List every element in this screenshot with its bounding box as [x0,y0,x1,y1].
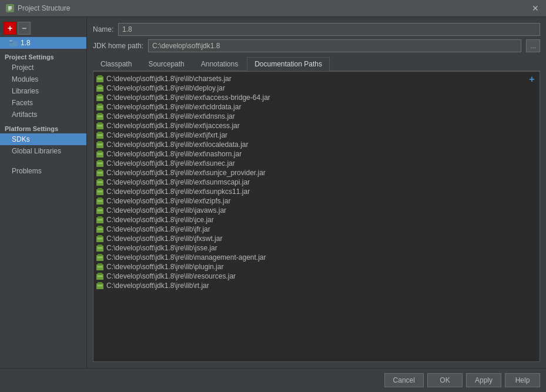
file-path-label: C:\develop\soft\jdk1.8\jre\lib\jce.jar [106,216,214,224]
list-item[interactable]: C:\develop\soft\jdk1.8\jre\lib\ext\acces… [93,93,525,102]
svg-rect-60 [98,197,102,200]
svg-rect-44 [98,160,102,162]
tab-sourcepath[interactable]: Sourcepath [140,57,192,71]
tab-documentation-paths[interactable]: Documentation Paths [247,57,330,71]
name-input[interactable] [118,23,540,36]
svg-rect-90 [97,267,103,267]
sidebar-item-sdks[interactable]: SDKs [0,133,86,145]
list-item[interactable]: C:\develop\soft\jdk1.8\jre\lib\charsets.… [93,74,525,83]
svg-rect-62 [97,201,103,202]
list-item[interactable]: C:\develop\soft\jdk1.8\jre\lib\deploy.ja… [93,83,525,93]
list-item[interactable]: C:\develop\soft\jdk1.8\jre\lib\jfr.jar [93,225,525,234]
svg-rect-17 [98,96,102,98]
add-sdk-button[interactable]: + [4,22,16,35]
list-item[interactable]: C:\develop\soft\jdk1.8\jre\lib\jsse.jar [93,243,525,253]
jar-icon [96,263,104,271]
svg-rect-36 [98,141,102,143]
list-item[interactable]: C:\develop\soft\jdk1.8\jre\lib\ext\sunms… [93,177,525,187]
svg-rect-80 [98,244,102,247]
jar-icon [96,112,104,120]
ok-button[interactable]: OK [427,373,463,387]
file-path-label: C:\develop\soft\jdk1.8\jre\lib\javaws.ja… [106,206,226,215]
jdk-browse-button[interactable]: ... [526,39,540,52]
list-item[interactable]: C:\develop\soft\jdk1.8\jre\lib\managemen… [93,253,525,262]
list-item[interactable]: C:\develop\soft\jdk1.8\jre\lib\rt.jar [93,281,525,290]
svg-rect-29 [98,125,102,126]
jar-icon [96,187,104,196]
list-item[interactable]: C:\develop\soft\jdk1.8\jre\lib\jce.jar [93,215,525,225]
svg-rect-10 [97,79,103,79]
jdk-home-label: JDK home path: [93,42,143,50]
list-item[interactable]: C:\develop\soft\jdk1.8\jre\lib\ext\dnsns… [93,112,525,121]
svg-rect-21 [98,106,102,107]
list-item[interactable]: C:\develop\soft\jdk1.8\jre\lib\ext\jacce… [93,121,525,130]
svg-rect-48 [98,169,102,172]
svg-rect-18 [97,98,103,98]
sidebar-item-facets[interactable]: Facets [0,97,86,109]
file-path-label: C:\develop\soft\jdk1.8\jre\lib\ext\nasho… [106,150,242,158]
file-path-label: C:\develop\soft\jdk1.8\jre\lib\jfxswt.ja… [106,234,222,243]
list-item[interactable]: C:\develop\soft\jdk1.8\jre\lib\jfxswt.ja… [93,234,525,243]
list-item[interactable]: C:\develop\soft\jdk1.8\jre\lib\ext\sunec… [93,159,525,168]
file-path-label: C:\develop\soft\jdk1.8\jre\lib\ext\zipfs… [106,197,230,205]
list-item[interactable]: C:\develop\soft\jdk1.8\jre\lib\javaws.ja… [93,206,525,215]
svg-rect-53 [98,181,102,182]
jar-icon [96,103,104,111]
apply-button[interactable]: Apply [466,373,501,387]
sidebar-item-libraries[interactable]: Libraries [0,85,86,97]
remove-sdk-button[interactable]: − [18,22,31,35]
list-item[interactable]: C:\develop\soft\jdk1.8\jre\lib\ext\sunjc… [93,168,525,177]
main-content: + − 1.8 Project Settings Project Modules… [0,17,546,368]
svg-rect-94 [97,276,103,277]
jar-icon [96,131,104,139]
svg-rect-6 [9,40,12,42]
tab-annotations[interactable]: Annotations [193,57,246,71]
sidebar-item-artifacts[interactable]: Artifacts [0,109,86,120]
sidebar-item-problems[interactable]: Problems [0,165,86,177]
svg-rect-33 [98,134,102,135]
list-item[interactable]: C:\develop\soft\jdk1.8\jre\lib\resources… [93,272,525,281]
jar-icon [96,216,104,224]
name-row: Name: [93,23,540,36]
file-path-label: C:\develop\soft\jdk1.8\jre\lib\rt.jar [106,282,209,290]
list-item[interactable]: C:\develop\soft\jdk1.8\jre\lib\ext\jfxrt… [93,130,525,140]
help-button[interactable]: Help [505,373,540,387]
list-item[interactable]: C:\develop\soft\jdk1.8\jre\lib\plugin.ja… [93,262,525,272]
svg-rect-97 [98,284,102,286]
cancel-button[interactable]: Cancel [384,373,424,387]
list-item[interactable]: C:\develop\soft\jdk1.8\jre\lib\ext\nasho… [93,149,525,159]
svg-rect-89 [98,266,102,267]
svg-rect-1 [8,6,12,8]
file-path-label: C:\develop\soft\jdk1.8\jre\lib\ext\sunjc… [106,169,266,177]
svg-rect-77 [98,237,102,239]
list-item[interactable]: C:\develop\soft\jdk1.8\jre\lib\ext\sunpk… [93,187,525,196]
sidebar-item-project[interactable]: Project [0,62,86,73]
svg-rect-65 [98,209,102,210]
file-path-label: C:\develop\soft\jdk1.8\jre\lib\jfr.jar [106,225,210,233]
jar-icon [96,206,104,215]
add-file-button[interactable]: + [527,74,537,85]
sidebar-item-global-libraries[interactable]: Global Libraries [0,145,86,157]
list-item[interactable]: C:\develop\soft\jdk1.8\jre\lib\ext\cldrd… [93,102,525,112]
svg-rect-34 [97,135,103,136]
svg-rect-32 [98,132,102,134]
jar-icon [96,282,104,290]
file-list-container[interactable]: + C:\develop\soft\jdk1.8\jre\lib\charset… [93,71,540,362]
jar-icon [96,93,104,102]
list-item[interactable]: C:\develop\soft\jdk1.8\jre\lib\ext\zipfs… [93,196,525,206]
window-title: Project Structure [18,4,70,12]
svg-rect-22 [97,107,103,108]
svg-rect-42 [97,154,103,155]
title-bar: Project Structure ✕ [0,0,546,17]
list-item[interactable]: C:\develop\soft\jdk1.8\jre\lib\ext\local… [93,140,525,149]
sdk-item-1-8[interactable]: 1.8 [0,37,86,49]
sidebar-item-modules[interactable]: Modules [0,73,86,85]
svg-rect-72 [98,226,102,228]
title-bar-left: Project Structure [6,4,70,12]
jar-icon [96,244,104,252]
tab-classpath[interactable]: Classpath [93,57,139,71]
close-button[interactable]: ✕ [531,4,540,13]
sdk-toolbar: + − [0,19,86,37]
jdk-home-input[interactable] [148,39,521,52]
svg-rect-30 [97,126,103,126]
